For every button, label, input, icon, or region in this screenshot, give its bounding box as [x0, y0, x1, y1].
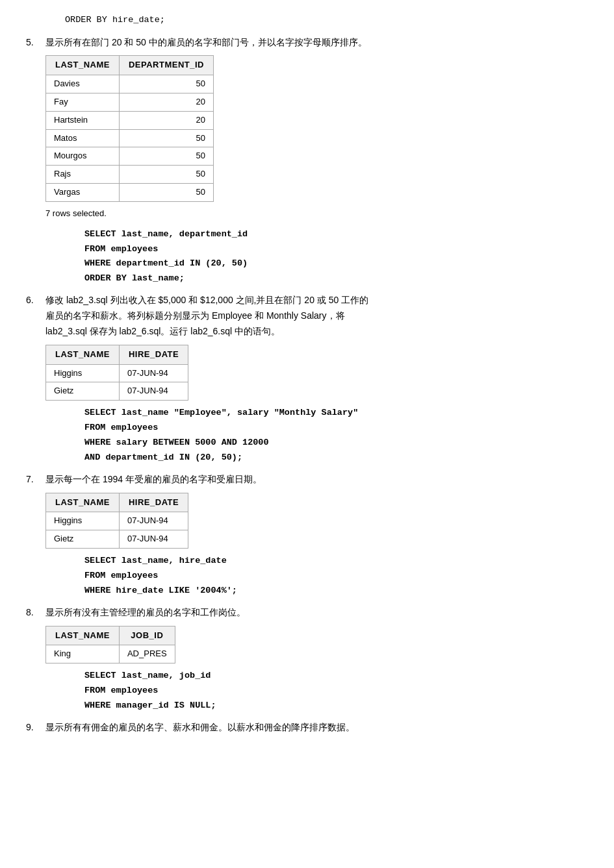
table-cell: Fay: [46, 93, 120, 111]
section-8: 8. 显示所有没有主管经理的雇员的名字和工作岗位。 LAST_NAME JOB_…: [26, 605, 588, 713]
item8-col-lastname: LAST_NAME: [46, 626, 120, 645]
item-number-7: 7.: [26, 472, 45, 486]
item5-col-deptid: DEPARTMENT_ID: [119, 56, 213, 75]
item6-table: LAST_NAME HIRE_DATE Higgins07-JUN-94Giet…: [45, 345, 188, 401]
table-row: KingAD_PRES: [46, 645, 175, 663]
sql-line: FROM employees: [84, 242, 588, 257]
table-cell: Vargas: [46, 183, 120, 201]
item6-text1: 修改 lab2_3.sql 列出收入在 $5,000 和 $12,000 之间,…: [45, 293, 588, 339]
item6-col-lastname: LAST_NAME: [46, 345, 120, 364]
item7-text: 显示每一个在 1994 年受雇的雇员的名字和受雇日期。: [45, 472, 588, 488]
table-cell: 07-JUN-94: [119, 364, 188, 382]
table-cell: 50: [119, 129, 213, 147]
table-cell: Gietz: [46, 382, 120, 401]
sql-line: FROM employees: [84, 421, 588, 436]
section-6: 6. 修改 lab2_3.sql 列出收入在 $5,000 和 $12,000 …: [26, 293, 588, 465]
table-cell: Higgins: [46, 364, 120, 382]
item8-sql-block: SELECT last_name, job_idFROM employeesWH…: [45, 669, 588, 713]
table-cell: 50: [119, 147, 213, 166]
section-9: 9. 显示所有有佣金的雇员的名字、薪水和佣金。以薪水和佣金的降序排序数据。: [26, 720, 588, 739]
table-cell: 20: [119, 111, 213, 129]
item-number-5: 5.: [26, 35, 45, 49]
table-cell: Matos: [46, 129, 120, 147]
item-content-7: 显示每一个在 1994 年受雇的雇员的名字和受雇日期。 LAST_NAME HI…: [45, 472, 588, 599]
sql-line: SELECT last_name, job_id: [84, 669, 588, 684]
table-row: Matos50: [46, 129, 214, 147]
section-7: 7. 显示每一个在 1994 年受雇的雇员的名字和受雇日期。 LAST_NAME…: [26, 472, 588, 599]
item-content-8: 显示所有没有主管经理的雇员的名字和工作岗位。 LAST_NAME JOB_ID …: [45, 605, 588, 713]
table-row: Higgins07-JUN-94: [46, 512, 188, 530]
table-cell: 20: [119, 93, 213, 111]
table-cell: Gietz: [46, 530, 120, 549]
table-row: Mourgos50: [46, 147, 214, 166]
item-number-8: 8.: [26, 605, 45, 619]
table-row: Vargas50: [46, 183, 214, 201]
item8-text: 显示所有没有主管经理的雇员的名字和工作岗位。: [45, 605, 588, 621]
item6-col-hiredate: HIRE_DATE: [119, 345, 188, 364]
sql-line: FROM employees: [84, 684, 588, 699]
table-row: Gietz07-JUN-94: [46, 382, 188, 401]
table-cell: AD_PRES: [119, 645, 175, 663]
item7-sql-block: SELECT last_name, hire_dateFROM employee…: [45, 554, 588, 599]
table-cell: Hartstein: [46, 111, 120, 129]
sql-line: WHERE department_id IN (20, 50): [84, 256, 588, 271]
table-row: Rajs50: [46, 166, 214, 184]
item7-table: LAST_NAME HIRE_DATE Higgins07-JUN-94Giet…: [45, 493, 188, 549]
item7-col-lastname: LAST_NAME: [46, 493, 120, 512]
item5-text: 显示所有在部门 20 和 50 中的雇员的名字和部门号，并以名字按字母顺序排序。: [45, 35, 588, 51]
sql-line: WHERE manager_id IS NULL;: [84, 699, 588, 713]
item-number-6: 6.: [26, 293, 45, 307]
sql-line: AND department_id IN (20, 50);: [84, 451, 588, 465]
item-number-9: 9.: [26, 720, 45, 734]
table-row: Gietz07-JUN-94: [46, 530, 188, 549]
sql-line: SELECT last_name, hire_date: [84, 554, 588, 569]
item5-table: LAST_NAME DEPARTMENT_ID Davies50Fay20Har…: [45, 55, 214, 201]
sql-line: SELECT last_name "Employee", salary "Mon…: [84, 406, 588, 421]
table-cell: 07-JUN-94: [119, 530, 188, 549]
item8-col-jobid: JOB_ID: [119, 626, 175, 645]
table-cell: 50: [119, 75, 213, 93]
item6-sql-block: SELECT last_name "Employee", salary "Mon…: [45, 406, 588, 465]
item7-col-hiredate: HIRE_DATE: [119, 493, 188, 512]
sql-line: SELECT last_name, department_id: [84, 227, 588, 242]
sql-line: WHERE hire_date LIKE '2004%';: [84, 584, 588, 599]
item5-rows-selected: 7 rows selected.: [45, 207, 588, 221]
table-row: Higgins07-JUN-94: [46, 364, 188, 382]
table-cell: Rajs: [46, 166, 120, 184]
item9-text: 显示所有有佣金的雇员的名字、薪水和佣金。以薪水和佣金的降序排序数据。: [45, 720, 588, 736]
item-content-9: 显示所有有佣金的雇员的名字、薪水和佣金。以薪水和佣金的降序排序数据。: [45, 720, 588, 739]
item5-sql-block: SELECT last_name, department_idFROM empl…: [45, 227, 588, 287]
table-cell: 50: [119, 166, 213, 184]
sql-line: WHERE salary BETWEEN 5000 AND 12000: [84, 436, 588, 451]
table-cell: 50: [119, 183, 213, 201]
section-5: 5. 显示所有在部门 20 和 50 中的雇员的名字和部门号，并以名字按字母顺序…: [26, 35, 588, 287]
sql-line: FROM employees: [84, 569, 588, 584]
item-content-6: 修改 lab2_3.sql 列出收入在 $5,000 和 $12,000 之间,…: [45, 293, 588, 465]
table-cell: Higgins: [46, 512, 120, 530]
table-cell: 07-JUN-94: [119, 382, 188, 401]
table-cell: King: [46, 645, 120, 663]
top-code-line: ORDER BY hire_date;: [65, 13, 588, 27]
table-cell: 07-JUN-94: [119, 512, 188, 530]
table-row: Davies50: [46, 75, 214, 93]
item-content-5: 显示所有在部门 20 和 50 中的雇员的名字和部门号，并以名字按字母顺序排序。…: [45, 35, 588, 287]
sql-line: ORDER BY last_name;: [84, 271, 588, 286]
item5-col-lastname: LAST_NAME: [46, 56, 120, 75]
table-row: Hartstein20: [46, 111, 214, 129]
table-cell: Davies: [46, 75, 120, 93]
table-row: Fay20: [46, 93, 214, 111]
table-cell: Mourgos: [46, 147, 120, 166]
item8-table: LAST_NAME JOB_ID KingAD_PRES: [45, 626, 175, 664]
